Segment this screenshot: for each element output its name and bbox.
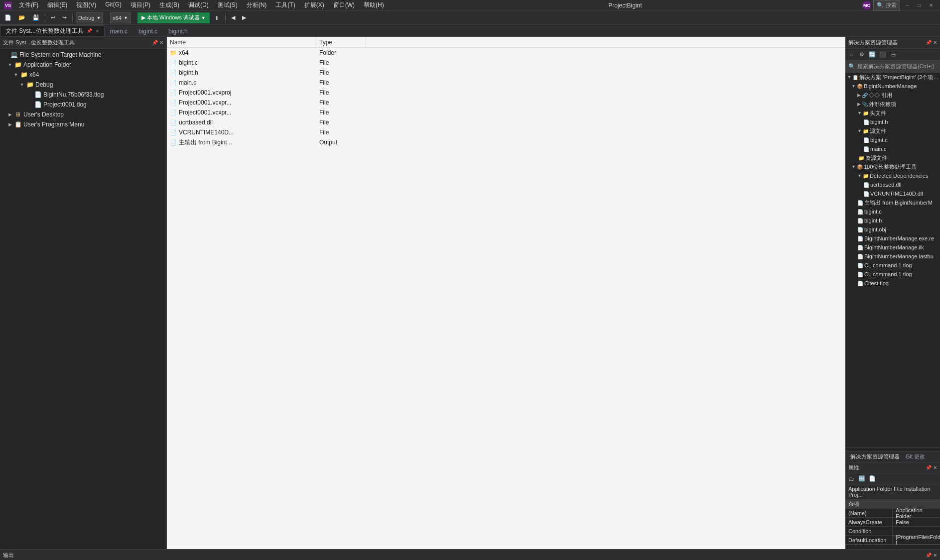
se-main-c[interactable]: 📄 main.c <box>845 144 940 153</box>
tree-app-folder[interactable]: ▼ 📁 Application Folder <box>0 60 166 70</box>
menu-debug[interactable]: 调试(D) <box>184 0 213 10</box>
props-row-always-create[interactable]: AlwaysCreate False <box>845 518 940 527</box>
se-refresh-btn[interactable]: 🔄 <box>867 50 877 60</box>
se-header-files[interactable]: ▼ 📁 头文件 <box>845 109 940 117</box>
se-bigint-h-2[interactable]: 📄 bigint.h <box>845 216 940 225</box>
menu-project[interactable]: 项目(P) <box>127 0 154 10</box>
se-close-icon[interactable]: ✕ <box>933 40 937 45</box>
file-row[interactable]: 📁 x64 Folder <box>167 48 845 58</box>
props-page-btn[interactable]: 📄 <box>867 474 877 484</box>
se-ucrtbased[interactable]: 📄 ucrtbased.dll <box>845 180 940 189</box>
fs-pin-icon[interactable]: 📌 <box>152 40 158 45</box>
se-tab-solution[interactable]: 解决方案资源管理器 <box>847 452 903 461</box>
menu-view[interactable]: 视图(V) <box>72 0 100 10</box>
tree-bigintnu-tlog[interactable]: 📄 BigintNu.75b06f33.tlog <box>0 90 166 100</box>
se-cl-tlog1[interactable]: 📄 CL.command.1.tlog <box>845 261 940 270</box>
menu-file[interactable]: 文件(F) <box>15 0 42 10</box>
props-row-default-location[interactable]: DefaultLocation [ProgramFilesFolder][ <box>845 536 940 545</box>
tree-root[interactable]: 💻 File System on Target Machine <box>0 50 166 60</box>
close-button[interactable]: ✕ <box>926 2 936 9</box>
file-row[interactable]: 📄 主输出 from Bigint... Output <box>167 137 845 147</box>
se-collapse-btn[interactable]: ⬛ <box>878 50 888 60</box>
new-file-button[interactable]: 📄 <box>2 12 14 23</box>
se-tab-git[interactable]: Git 更改 <box>903 452 928 461</box>
se-filter-btn[interactable]: ⊟ <box>888 50 898 60</box>
minimize-button[interactable]: ─ <box>902 2 912 9</box>
menu-build[interactable]: 生成(B) <box>155 0 183 10</box>
props-close-icon[interactable]: ✕ <box>933 465 937 470</box>
se-cl-tlog2[interactable]: 📄 CL.command.1.tlog <box>845 270 940 279</box>
debug-mode-dropdown[interactable]: Debug ▼ <box>76 12 103 23</box>
se-bigint-obj[interactable]: 📄 bigint.obj <box>845 225 940 234</box>
se-sync-btn[interactable]: ↔ <box>846 50 856 60</box>
se-detected-deps[interactable]: ▼ 📁 Detected Dependencies <box>845 171 940 180</box>
file-row[interactable]: 📄 ucrtbased.dll File <box>167 117 845 127</box>
user-badge[interactable]: MC <box>862 1 871 10</box>
file-row[interactable]: 📄 Project0001.vcxpr... File <box>167 108 845 117</box>
tab-main-c[interactable]: main.c <box>105 25 133 36</box>
menu-help[interactable]: 帮助(H) <box>360 0 388 10</box>
open-button[interactable]: 📂 <box>16 12 28 23</box>
search-box[interactable]: 🔍 搜索 <box>873 0 900 11</box>
file-row[interactable]: 📄 bigint.c File <box>167 58 845 68</box>
props-sort-alpha[interactable]: 🔤 <box>857 474 867 484</box>
tab-fs-panel[interactable]: 文件 Syst...位长整数处理工具 📌 ✕ <box>0 25 105 36</box>
se-bigint-c-2[interactable]: 📄 bigint.c <box>845 207 940 216</box>
output-pin-icon[interactable]: 📌 <box>926 553 932 558</box>
menu-tools[interactable]: 工具(T) <box>271 0 299 10</box>
se-pin-icon[interactable]: 📌 <box>926 40 932 45</box>
menu-test[interactable]: 测试(S) <box>214 0 242 10</box>
tree-debug-folder[interactable]: ▼ 📁 Debug <box>0 80 166 90</box>
props-row-name[interactable]: (Name) Application Folder <box>845 509 940 518</box>
se-100-tool[interactable]: ▼ 📦 100位长整数处理工具 <box>845 162 940 171</box>
se-props-btn[interactable]: ⚙ <box>857 50 867 60</box>
tree-desktop-folder[interactable]: ▶ 🖥 User's Desktop <box>0 110 166 119</box>
se-lastbu[interactable]: 📄 BigintNumberManage.lastbu <box>845 252 940 261</box>
platform-dropdown[interactable]: x64 ▼ <box>110 12 131 23</box>
menu-extensions[interactable]: 扩展(X) <box>300 0 328 10</box>
file-row[interactable]: 📄 main.c File <box>167 78 845 88</box>
tree-x64-folder[interactable]: ▼ 📁 x64 <box>0 70 166 80</box>
tab-close-0[interactable]: ✕ <box>95 28 99 34</box>
se-solution-root[interactable]: ▼ 📋 解决方案 'ProjectBigint' (2个项目, 3个 <box>845 73 940 82</box>
se-source-files[interactable]: ▼ 📁 源文件 <box>845 126 940 135</box>
file-row[interactable]: 📄 VCRUNTIME140D... File <box>167 127 845 137</box>
nav-back-button[interactable]: ◀ <box>229 12 238 23</box>
run-button[interactable]: ▶ 本地 Windows 调试器 ▼ <box>137 12 210 23</box>
attach-button[interactable]: ⏸ <box>212 12 222 23</box>
menu-git[interactable]: Git(G) <box>101 0 126 10</box>
se-vcruntime140d[interactable]: 📄 VCRUNTIME140D.dll <box>845 189 940 198</box>
se-ilk[interactable]: 📄 BigintNumberManage.ilk <box>845 243 940 252</box>
tab-bigint-h[interactable]: bigint.h <box>163 25 193 36</box>
fs-close-icon[interactable]: ✕ <box>159 40 163 45</box>
menu-edit[interactable]: 编辑(E) <box>43 0 71 10</box>
se-search-box[interactable]: 🔍 搜索解决方案资源管理器(Ctrl+;) <box>845 61 940 73</box>
menu-window[interactable]: 窗口(W) <box>329 0 359 10</box>
props-pin-icon[interactable]: 📌 <box>926 465 932 470</box>
output-close-icon[interactable]: ✕ <box>933 553 937 558</box>
redo-button[interactable]: ↪ <box>60 12 69 23</box>
right-column: 解决方案资源管理器 📌 ✕ ↔ ⚙ 🔄 ⬛ ⊟ 🔍 搜索解决方案资源管理器(Ct… <box>845 37 940 549</box>
file-row[interactable]: 📄 Project0001.vcxpr... File <box>167 98 845 108</box>
se-cltest-tlog[interactable]: 📄 Cltest.tlog <box>845 279 940 288</box>
maximize-button[interactable]: □ <box>914 2 924 9</box>
se-references[interactable]: ▶ 🔗 ◇◇ 引用 <box>845 91 940 100</box>
se-exe-re[interactable]: 📄 BigintNumberManage.exe.re <box>845 234 940 243</box>
menu-analyze[interactable]: 分析(N) <box>243 0 271 10</box>
se-resource-files[interactable]: 📁 资源文件 <box>845 153 940 162</box>
file-row[interactable]: 📄 bigint.h File <box>167 68 845 78</box>
se-bigint-manage[interactable]: ▼ 📦 BigintNumberManage <box>845 82 940 91</box>
tree-project0001-tlog[interactable]: 📄 Project0001.tlog <box>0 100 166 110</box>
se-main-output[interactable]: 📄 主输出 from BigintNumberM <box>845 198 940 207</box>
nav-fwd-button[interactable]: ▶ <box>240 12 249 23</box>
file-row[interactable]: 📄 Project0001.vcxproj File <box>167 88 845 98</box>
tree-programs-folder[interactable]: ▶ 📋 User's Programs Menu <box>0 119 166 129</box>
tab-bigint-c[interactable]: bigint.c <box>133 25 163 36</box>
props-sort-by-cat[interactable]: 🗂 <box>846 474 856 484</box>
se-bigint-h[interactable]: 📄 bigint.h <box>845 117 940 126</box>
se-external-deps[interactable]: ▶ 📎 外部依赖项 <box>845 100 940 109</box>
se-hscroll[interactable] <box>845 447 940 451</box>
save-button[interactable]: 💾 <box>30 12 42 23</box>
se-bigint-c[interactable]: 📄 bigint.c <box>845 135 940 144</box>
undo-button[interactable]: ↩ <box>48 12 58 23</box>
